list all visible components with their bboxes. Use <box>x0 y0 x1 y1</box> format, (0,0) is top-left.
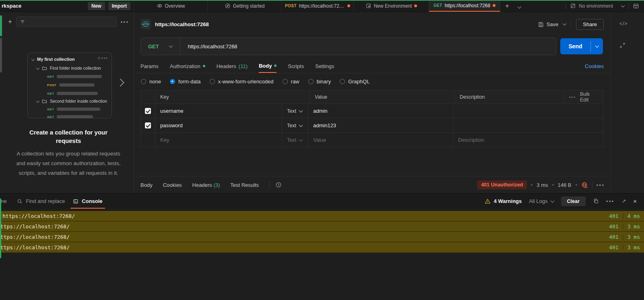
url-input[interactable]: https://localhost:7268 <box>180 43 237 50</box>
tab-params[interactable]: Params <box>140 59 159 73</box>
response-size[interactable]: 146 B <box>558 182 572 188</box>
request-title[interactable]: https://localhost:7268 <box>155 21 209 27</box>
star-icon: ☆ <box>97 56 101 61</box>
add-collection-button[interactable]: + <box>8 18 12 26</box>
tab-new-environment[interactable]: New Environment <box>354 0 429 12</box>
console-tab[interactable]: Console <box>69 194 106 209</box>
ssl-warning-globe-icon[interactable] <box>581 182 588 188</box>
save-options-chevron[interactable] <box>563 22 567 26</box>
save-button[interactable]: Save <box>538 21 559 27</box>
logs-filter-dropdown[interactable]: All Logs <box>529 198 553 204</box>
new-button[interactable]: New <box>88 2 105 10</box>
partial-tab-label[interactable]: ne <box>1 198 6 204</box>
warnings-filter[interactable]: 4 Warnings <box>485 198 522 204</box>
http-request-icon: HTTP <box>140 19 151 29</box>
workspace-name[interactable]: rkspace <box>0 0 88 12</box>
environment-selector[interactable]: No environment <box>570 3 624 9</box>
close-console-icon[interactable]: × <box>633 198 637 205</box>
body-mode-form-data[interactable]: form-data <box>170 79 201 85</box>
body-mode-binary[interactable]: binary <box>308 79 331 85</box>
response-history-clock-icon[interactable] <box>275 182 282 188</box>
tab-scripts[interactable]: Scripts <box>288 59 304 73</box>
code-snippet-icon[interactable]: </> <box>619 21 627 27</box>
send-button[interactable]: Send <box>560 38 603 54</box>
environment-quick-look-icon[interactable] <box>633 3 639 9</box>
tab-authorization[interactable]: Authorization <box>170 59 205 73</box>
column-header-value: Value <box>310 91 455 103</box>
sidebar-more-button[interactable]: ●●● <box>121 20 129 24</box>
key-placeholder[interactable]: Key <box>160 137 169 143</box>
tab-options-chevron[interactable] <box>514 2 525 10</box>
response-meta-bar: Body Cookies Headers (3) Test Results 40… <box>134 176 610 193</box>
body-mode-raw[interactable]: raw <box>283 79 299 85</box>
console-log-row[interactable]: https://localhost:7268/ 4013 ms <box>0 232 644 242</box>
console-more-button[interactable]: ●●● <box>606 199 615 203</box>
response-time[interactable]: 3 ms <box>537 182 548 188</box>
expand-pane-icon[interactable] <box>619 42 625 48</box>
console-log-row[interactable]: https://localhost:7268/ 4014 ms <box>0 211 644 221</box>
divider <box>623 223 623 230</box>
status-badge[interactable]: 401 Unauthorized <box>477 180 527 189</box>
log-duration: 3 ms <box>627 244 640 250</box>
tab-overview[interactable]: Overview <box>134 0 208 12</box>
console-log-row[interactable]: https://localhost:7268/ 4013 ms <box>0 221 644 232</box>
type-selector[interactable]: Text <box>282 133 308 147</box>
import-button[interactable]: Import <box>108 2 130 10</box>
response-more-button[interactable]: ●●● <box>597 183 605 187</box>
chevron-down-icon <box>36 66 39 70</box>
description-placeholder[interactable]: Description <box>458 137 484 143</box>
getting-started-icon <box>225 3 231 9</box>
value-placeholder[interactable]: Value <box>313 137 326 143</box>
find-and-replace-button[interactable]: Find and replace <box>13 194 69 209</box>
bulk-edit-button[interactable]: ●●● Bulk Edit <box>564 91 603 103</box>
response-tab-body[interactable]: Body <box>140 182 153 188</box>
environment-icon <box>365 3 372 9</box>
collections-filter-input[interactable] <box>16 17 117 27</box>
type-selector[interactable]: Text <box>282 118 308 132</box>
tab-body[interactable]: Body <box>259 59 277 73</box>
chevron-down-icon <box>550 199 554 203</box>
type-selector[interactable]: Text <box>282 104 308 118</box>
open-external-icon[interactable]: ↗ <box>621 198 626 204</box>
body-mode-x-www-form-urlencoded[interactable]: x-www-form-urlencoded <box>210 79 274 85</box>
key-cell[interactable]: username <box>160 108 184 114</box>
key-cell[interactable]: password <box>160 122 183 128</box>
share-button[interactable]: Share <box>576 19 604 30</box>
row-enabled-checkbox[interactable] <box>145 122 151 128</box>
tab-getting-started[interactable]: Getting started <box>208 0 282 12</box>
tab-settings[interactable]: Settings <box>315 59 334 73</box>
left-rail-scrollbar[interactable] <box>0 38 2 72</box>
left-rail-active-indicator <box>0 15 2 36</box>
row-enabled-checkbox[interactable] <box>145 108 151 114</box>
body-mode-graphql[interactable]: GraphQL <box>340 79 369 85</box>
tab-headers[interactable]: Headers(11) <box>217 59 248 73</box>
new-tab-button[interactable]: + <box>500 2 514 10</box>
log-duration: 4 ms <box>627 213 640 219</box>
collection-preview-card: My first collection ☆ ●●● First folder i… <box>27 52 112 118</box>
save-label: Save <box>547 21 559 27</box>
send-options-chevron[interactable] <box>591 38 603 54</box>
copy-icon[interactable] <box>593 198 599 204</box>
response-tab-cookies[interactable]: Cookies <box>163 182 182 188</box>
divider <box>628 3 629 9</box>
preview-next-chevron[interactable] <box>116 79 124 87</box>
chevron-down-icon <box>299 108 303 112</box>
response-tab-test-results[interactable]: Test Results <box>230 182 259 188</box>
response-tab-headers[interactable]: Headers (3) <box>192 182 220 188</box>
value-cell[interactable]: admin <box>313 108 327 114</box>
clear-console-button[interactable]: Clear <box>561 197 586 206</box>
radio-selected-icon <box>170 79 175 84</box>
console-log-row[interactable]: https://localhost:7268/ 4013 ms <box>0 242 644 253</box>
log-duration: 3 ms <box>627 234 640 240</box>
method-selector[interactable]: GET <box>141 43 180 50</box>
tab-post-request[interactable]: POST https://localhost:7268/ <box>282 0 354 12</box>
body-mode-none[interactable]: none <box>141 79 161 85</box>
title-actions: Save Share <box>538 19 604 30</box>
request-config-tabs: Params Authorization Headers(11) Body Sc… <box>134 59 610 73</box>
cookies-link[interactable]: Cookies <box>585 63 604 69</box>
request-name-placeholder-bar <box>57 115 93 118</box>
tab-get-request-active[interactable]: GET https://localhost:7268 <box>429 0 500 12</box>
value-cell[interactable]: admin123 <box>313 122 336 128</box>
environment-selector-label: No environment <box>579 3 613 9</box>
console-header-actions: 4 Warnings All Logs Clear ●●● ↗ × <box>485 194 644 209</box>
